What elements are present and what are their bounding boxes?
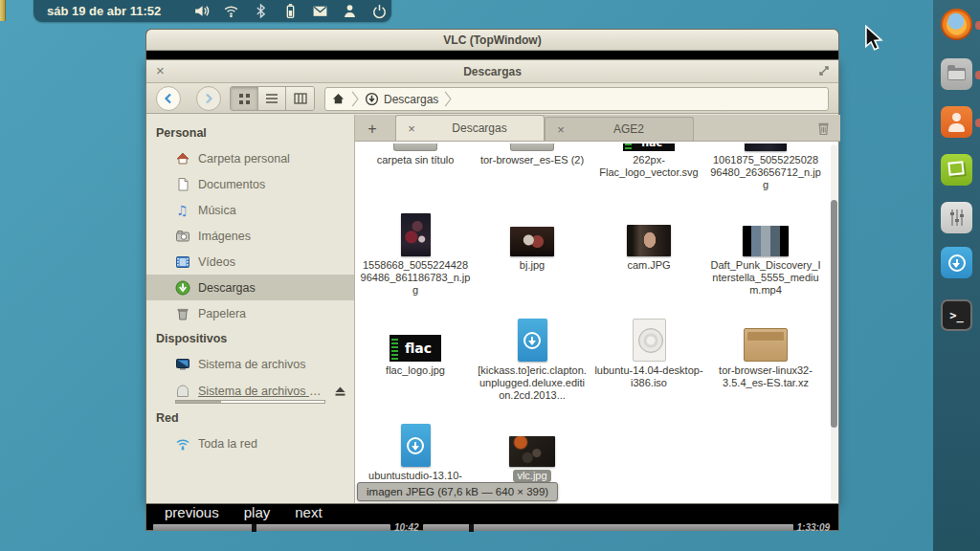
forward-button[interactable]	[196, 86, 221, 111]
scrollbar-thumb[interactable]	[831, 200, 837, 428]
sidebar-item-label: Descargas	[198, 281, 346, 295]
sidebar-item-imagenes[interactable]: Imágenes	[146, 223, 354, 249]
settings-icon[interactable]	[941, 202, 972, 233]
file-item[interactable]: tor-browser-linux32-3.5.4_es-ES.tar.xz	[707, 312, 824, 417]
vlc-play-button[interactable]: play	[244, 504, 271, 520]
file-item[interactable]: Daft_Punk_Discovery_Interstella_5555_med…	[707, 207, 824, 312]
photos-icon[interactable]	[941, 154, 972, 186]
file-item[interactable]: tor-browser_es-ES (2)	[474, 143, 590, 207]
file-grid-viewport: carpeta sin título tor-browser_es-ES (2)…	[355, 143, 838, 503]
list-view-icon	[265, 93, 278, 104]
terminal-icon[interactable]: >_	[941, 299, 972, 331]
file-manager-titlebar[interactable]: × Descargas	[146, 60, 838, 83]
tab-descargas[interactable]: × Descargas	[395, 115, 545, 141]
sidebar-item-label: Papelera	[198, 307, 346, 320]
file-name: flac_logo.jpg	[386, 364, 445, 377]
window-title: Descargas	[146, 65, 838, 78]
sidebar-item-carpeta-personal[interactable]: Carpeta personal	[146, 145, 354, 171]
bluetooth-icon[interactable]	[253, 3, 269, 19]
sidebar-item-sistema-de-archivos-de[interactable]: Sistema de archivos de …	[146, 377, 354, 406]
video-thumbnail	[743, 226, 789, 256]
scrollbar[interactable]	[831, 144, 837, 501]
file-manager-icon[interactable]	[941, 58, 972, 90]
mail-icon[interactable]	[312, 3, 328, 19]
vlc-titlebar[interactable]: VLC (TopWindow)	[146, 30, 838, 51]
folder-icon	[393, 143, 437, 151]
mouse-cursor	[864, 25, 883, 52]
downloads-emblem-icon	[365, 92, 379, 106]
maximize-icon[interactable]	[817, 64, 831, 77]
wifi-icon[interactable]	[223, 3, 239, 19]
monitor-icon	[175, 357, 190, 372]
photo-thumbnail	[401, 213, 431, 256]
seekbar-segment	[153, 524, 390, 531]
file-item[interactable]: flacflac_logo.jpg	[357, 312, 474, 417]
seekbar-marker[interactable]	[469, 524, 474, 532]
photo-thumbnail	[510, 227, 554, 256]
vlc-controls: previous play next	[165, 504, 323, 520]
file-grid: carpeta sin título tor-browser_es-ES (2)…	[357, 143, 824, 503]
dock-indicator	[975, 21, 980, 30]
sidebar-item-descargas[interactable]: Descargas	[146, 275, 354, 300]
sidebar-item-documentos[interactable]: Documentos	[146, 171, 354, 197]
new-tab-button[interactable]: +	[359, 118, 386, 141]
file-item[interactable]: 1558668_505522442896486_861186783_n.jpg	[357, 207, 474, 312]
iso-disc-icon	[633, 319, 666, 362]
path-bar[interactable]: Descargas	[324, 87, 829, 111]
breadcrumb-home-button[interactable]	[325, 88, 351, 110]
firefox-icon[interactable]	[941, 9, 972, 40]
column-view-button[interactable]	[286, 87, 314, 110]
file-name: carpeta sin título	[377, 154, 455, 166]
sidebar-item-papelera[interactable]: Papelera	[146, 300, 354, 326]
downloads-icon[interactable]	[941, 247, 972, 278]
downloads-icon	[175, 280, 190, 296]
file-name: tor-browser_es-ES (2)	[480, 154, 584, 166]
trash-icon[interactable]	[816, 121, 831, 136]
back-button[interactable]	[156, 86, 181, 111]
vlc-total-time: 1:33:09	[793, 522, 834, 533]
sidebar-item-label: Sistema de archivos	[198, 358, 346, 371]
dock-indicator	[975, 119, 980, 127]
file-item[interactable]: [kickass.to]eric.clapton.unplugged.delux…	[474, 312, 590, 417]
file-name: lubuntu-14.04-desktop-i386.iso	[593, 364, 704, 389]
eject-icon[interactable]	[334, 386, 346, 397]
sidebar-item-sistema-de-archivos[interactable]: Sistema de archivos	[146, 351, 354, 377]
file-item[interactable]: cam.JPG	[590, 207, 707, 312]
file-item[interactable]: lubuntu-14.04-desktop-i386.iso	[590, 312, 707, 417]
background-window-edge	[0, 0, 6, 21]
vlc-seekbar[interactable]: 10:42 1:33:09	[153, 523, 834, 531]
power-icon[interactable]	[371, 3, 388, 19]
file-item[interactable]: bj.jpg	[474, 207, 590, 312]
sidebar-item-videos[interactable]: Vídeos	[146, 249, 354, 275]
home-icon	[175, 151, 190, 166]
file-name: 1558668_505522442896486_861186783_n.jpg	[360, 259, 471, 297]
file-name: [kickass.to]eric.clapton.unplugged.delux…	[477, 364, 588, 402]
sidebar-item-musica[interactable]: ♫ Música	[146, 197, 354, 223]
view-mode-group	[230, 86, 315, 111]
sidebar-item-label: Vídeos	[198, 255, 346, 269]
breadcrumb-current[interactable]: Descargas	[359, 88, 444, 110]
file-item[interactable]: carpeta sin título	[357, 143, 474, 207]
vlc-next-button[interactable]: next	[295, 504, 322, 520]
tab-label: AGE2	[570, 122, 687, 136]
dock: >_	[933, 0, 980, 551]
sidebar-item-toda-la-red[interactable]: Toda la red	[146, 430, 354, 456]
seekbar-marker[interactable]	[252, 524, 256, 532]
volume-icon[interactable]	[193, 3, 210, 19]
sidebar-item-label: Música	[198, 204, 346, 217]
vlc-previous-button[interactable]: previous	[165, 504, 219, 520]
list-view-button[interactable]	[258, 87, 286, 110]
contacts-icon[interactable]	[941, 106, 972, 138]
tab-close-icon[interactable]: ×	[402, 121, 421, 136]
file-item[interactable]: flac262px-Flac_logo_vector.svg	[590, 143, 707, 207]
battery-icon[interactable]	[282, 3, 299, 19]
icon-view-button[interactable]	[231, 87, 258, 110]
tab-age2[interactable]: × AGE2	[545, 117, 694, 141]
tab-close-icon[interactable]: ×	[551, 122, 570, 137]
tab-label: Descargas	[421, 121, 538, 135]
chevron-right-icon	[351, 88, 359, 110]
file-item[interactable]: 1061875_505522502896480_263656712_n.jpg	[707, 143, 824, 207]
user-icon[interactable]	[342, 3, 358, 19]
close-icon[interactable]: ×	[156, 62, 165, 78]
music-icon: ♫	[175, 203, 190, 218]
